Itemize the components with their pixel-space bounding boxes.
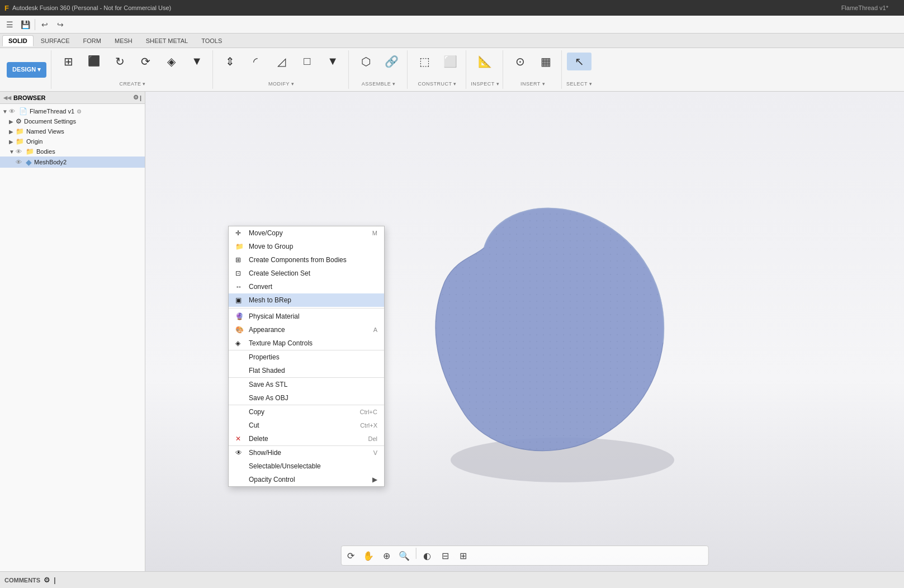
ctx-mesh-to-brep[interactable]: ▣ Mesh to BRep bbox=[229, 293, 384, 307]
zoom-fit-button[interactable]: ⊕ bbox=[378, 548, 394, 563]
orbit-button[interactable]: ⟳ bbox=[343, 548, 358, 563]
tree-item-bodies[interactable]: ▼ 👁 📁 Bodies bbox=[0, 146, 145, 157]
root-badge: ⚙ bbox=[77, 108, 82, 115]
ctx-delete[interactable]: ✕ Delete Del bbox=[229, 432, 384, 446]
modify-label: MODIFY ▾ bbox=[268, 81, 294, 87]
app-menu-button[interactable]: ☰ bbox=[2, 17, 17, 32]
insert-group: ⊙ ▦ INSERT ▾ bbox=[504, 50, 562, 89]
construct-label: CONSTRUCT ▾ bbox=[418, 81, 457, 87]
ctx-convert[interactable]: ↔ Convert bbox=[229, 280, 384, 293]
tab-sheet-metal[interactable]: SHEET METAL bbox=[140, 35, 194, 46]
tree-item-meshbody2[interactable]: 👁 ◆ MeshBody2 bbox=[0, 157, 145, 168]
ctx-selectable[interactable]: Selectable/Unselectable bbox=[229, 459, 384, 473]
new-component-button[interactable]: ⊞ bbox=[56, 53, 81, 70]
show-hide-icon: 👁 bbox=[235, 449, 245, 457]
extrude-button[interactable]: ⬛ bbox=[82, 53, 106, 70]
tab-form[interactable]: FORM bbox=[77, 35, 107, 46]
browser-pin-icon[interactable]: | bbox=[140, 94, 141, 101]
offset-plane-button[interactable]: ⬚ bbox=[412, 53, 437, 70]
ctx-copy[interactable]: Copy Ctrl+C bbox=[229, 405, 384, 419]
select-label: SELECT ▾ bbox=[566, 81, 592, 87]
midplane-button[interactable]: ⬜ bbox=[438, 53, 462, 70]
ctx-properties-label: Properties bbox=[249, 353, 280, 361]
ctx-save-obj-label: Save As OBJ bbox=[249, 394, 288, 402]
viewport[interactable]: ✛ Move/Copy M 📁 Move to Group ⊞ Create C… bbox=[145, 92, 904, 571]
tab-solid[interactable]: SOLID bbox=[2, 35, 34, 46]
ctx-appearance[interactable]: 🎨 Appearance A bbox=[229, 323, 384, 336]
origin-label: Origin bbox=[26, 138, 42, 145]
joint-button[interactable]: 🔗 bbox=[379, 53, 404, 70]
redo-button[interactable]: ↪ bbox=[53, 17, 68, 32]
ctx-create-components[interactable]: ⊞ Create Components from Bodies bbox=[229, 253, 384, 267]
ctx-create-components-label: Create Components from Bodies bbox=[249, 256, 347, 264]
move-copy-icon: ✛ bbox=[235, 229, 245, 237]
ctx-move-copy[interactable]: ✛ Move/Copy M bbox=[229, 226, 384, 240]
sweep-button[interactable]: ⟳ bbox=[133, 53, 158, 70]
press-pull-button[interactable]: ⇕ bbox=[217, 53, 242, 70]
physical-material-icon: 🔮 bbox=[235, 312, 245, 320]
insert-label: INSERT ▾ bbox=[520, 81, 545, 87]
ctx-move-copy-shortcut: M bbox=[372, 230, 377, 236]
tree-item-origin[interactable]: ▶ 📁 Origin bbox=[0, 136, 145, 146]
browser-panel: ◀◀ BROWSER ⚙ | ▼ 👁 📄 FlameThread v1 ⚙ ▶ … bbox=[0, 92, 145, 571]
ctx-cut[interactable]: Cut Ctrl+X bbox=[229, 419, 384, 432]
browser-title: BROWSER bbox=[13, 94, 133, 101]
tab-surface[interactable]: SURFACE bbox=[35, 35, 76, 46]
meshbody2-label: MeshBody2 bbox=[34, 159, 67, 165]
save-button[interactable]: 💾 bbox=[18, 17, 32, 32]
ctx-flat-shaded[interactable]: Flat Shaded bbox=[229, 364, 384, 378]
ctx-properties[interactable]: Properties bbox=[229, 350, 384, 364]
ctx-create-selection-set[interactable]: ⊡ Create Selection Set bbox=[229, 267, 384, 280]
ctx-show-hide[interactable]: 👁 Show/Hide V bbox=[229, 446, 384, 459]
tab-mesh[interactable]: MESH bbox=[108, 35, 139, 46]
comments-settings-button[interactable]: ⚙ bbox=[44, 576, 50, 584]
delete-icon: ✕ bbox=[235, 435, 245, 443]
ctx-opacity-control[interactable]: Opacity Control ▶ bbox=[229, 473, 384, 486]
mesh-body-3d bbox=[372, 164, 708, 499]
create-more-button[interactable]: ▼ bbox=[184, 53, 209, 70]
design-button[interactable]: DESIGN ▾ bbox=[7, 62, 46, 78]
loft-button[interactable]: ◈ bbox=[159, 53, 183, 70]
doc-settings-icon: ⚙ bbox=[16, 117, 22, 125]
view-mode-button[interactable]: ⊞ bbox=[455, 548, 471, 563]
ctx-save-stl[interactable]: Save As STL bbox=[229, 378, 384, 391]
ctx-texture-map[interactable]: ◈ Texture Map Controls bbox=[229, 336, 384, 350]
ctx-create-selection-set-label: Create Selection Set bbox=[249, 269, 310, 277]
comments-label: COMMENTS bbox=[4, 577, 40, 584]
ctx-move-copy-label: Move/Copy bbox=[249, 229, 283, 237]
revolve-button[interactable]: ↻ bbox=[107, 53, 132, 70]
measure-button[interactable]: 📐 bbox=[473, 53, 498, 70]
grid-toggle-button[interactable]: ⊟ bbox=[437, 548, 453, 563]
ctx-physical-material-label: Physical Material bbox=[249, 312, 300, 320]
browser-settings-icon[interactable]: ⚙ bbox=[133, 94, 139, 101]
ctx-move-to-group-label: Move to Group bbox=[249, 243, 293, 250]
fillet-button[interactable]: ◜ bbox=[243, 53, 268, 70]
tab-tools[interactable]: TOOLS bbox=[195, 35, 228, 46]
modify-more-button[interactable]: ▼ bbox=[320, 53, 345, 70]
insert-derive-button[interactable]: ⊙ bbox=[508, 53, 532, 70]
pan-button[interactable]: ✋ bbox=[361, 548, 376, 563]
shell-button[interactable]: □ bbox=[295, 53, 319, 70]
doc-settings-arrow: ▶ bbox=[9, 118, 16, 125]
origin-icon: 📁 bbox=[16, 137, 24, 145]
ctx-physical-material[interactable]: 🔮 Physical Material bbox=[229, 310, 384, 323]
comments-pin-button[interactable]: | bbox=[54, 576, 55, 584]
title-text: Autodesk Fusion 360 (Personal - Not for … bbox=[12, 4, 171, 11]
zoom-window-button[interactable]: 🔍 bbox=[396, 548, 412, 563]
browser-header: ◀◀ BROWSER ⚙ | bbox=[0, 92, 145, 104]
tree-item-doc-settings[interactable]: ▶ ⚙ Document Settings bbox=[0, 116, 145, 126]
undo-button[interactable]: ↩ bbox=[37, 17, 52, 32]
create-label: CREATE ▾ bbox=[120, 81, 146, 87]
ctx-save-stl-label: Save As STL bbox=[249, 381, 287, 388]
assemble-button[interactable]: ⬡ bbox=[353, 53, 378, 70]
display-settings-button[interactable]: ◐ bbox=[419, 548, 435, 563]
tree-item-root[interactable]: ▼ 👁 📄 FlameThread v1 ⚙ bbox=[0, 106, 145, 116]
titlebar: F Autodesk Fusion 360 (Personal - Not fo… bbox=[0, 0, 904, 16]
tree-item-named-views[interactable]: ▶ 📁 Named Views bbox=[0, 126, 145, 136]
insert-mesh-button[interactable]: ▦ bbox=[533, 53, 558, 70]
chamfer-button[interactable]: ◿ bbox=[269, 53, 294, 70]
ctx-move-to-group[interactable]: 📁 Move to Group bbox=[229, 240, 384, 253]
select-button[interactable]: ↖ bbox=[567, 53, 591, 70]
inspect-label: INSPECT ▾ bbox=[471, 81, 499, 87]
ctx-save-obj[interactable]: Save As OBJ bbox=[229, 391, 384, 405]
